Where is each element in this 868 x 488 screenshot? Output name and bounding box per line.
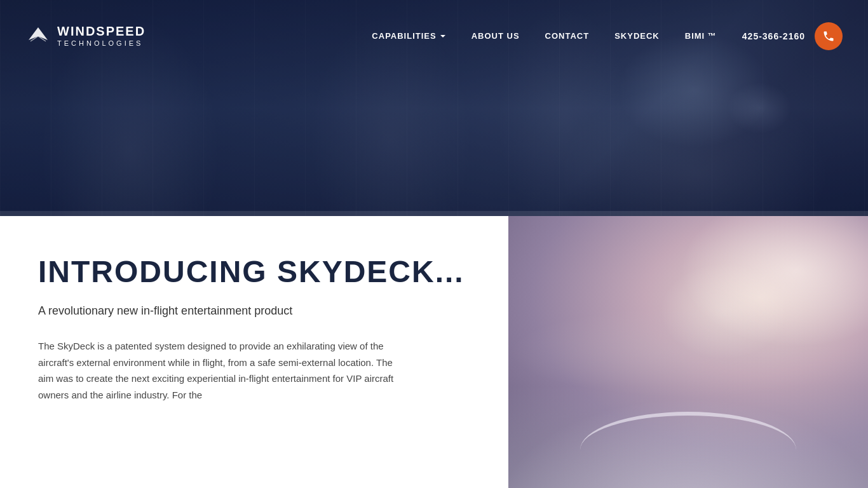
sky-view-image xyxy=(508,216,868,488)
content-section: INTRODUCING SKYDECK... A revolutionary n… xyxy=(0,216,868,488)
phone-icon xyxy=(822,30,835,43)
subtitle: A revolutionary new in-flight entertainm… xyxy=(38,304,477,318)
hero-divider xyxy=(0,211,868,216)
call-button[interactable] xyxy=(815,22,843,50)
site-header: WINDSPEED TECHNOLOGIES CAPABILITIES ABOU… xyxy=(0,0,868,72)
logo[interactable]: WINDSPEED TECHNOLOGIES xyxy=(25,22,146,50)
logo-text: WINDSPEED TECHNOLOGIES xyxy=(57,24,146,47)
description: The SkyDeck is a patented system designe… xyxy=(38,338,407,403)
nav-skydeck[interactable]: SKYDECK xyxy=(602,0,672,72)
phone-number: 425-366-2160 xyxy=(742,31,805,41)
nav-capabilities[interactable]: CAPABILITIES xyxy=(359,0,458,72)
skydeck-image xyxy=(508,216,868,488)
nav-about-us[interactable]: ABOUT US xyxy=(459,0,532,72)
main-nav: CAPABILITIES ABOUT US CONTACT SKYDECK BI… xyxy=(359,0,729,72)
logo-icon xyxy=(25,22,51,50)
header-contact: 425-366-2160 xyxy=(742,22,843,50)
chevron-down-icon xyxy=(440,33,446,39)
introducing-title: INTRODUCING SKYDECK... xyxy=(38,254,477,289)
aircraft-frame-element xyxy=(580,412,796,488)
nav-contact[interactable]: CONTACT xyxy=(532,0,602,72)
content-left: INTRODUCING SKYDECK... A revolutionary n… xyxy=(0,216,508,488)
nav-bimi[interactable]: BIMI ™ xyxy=(672,0,729,72)
